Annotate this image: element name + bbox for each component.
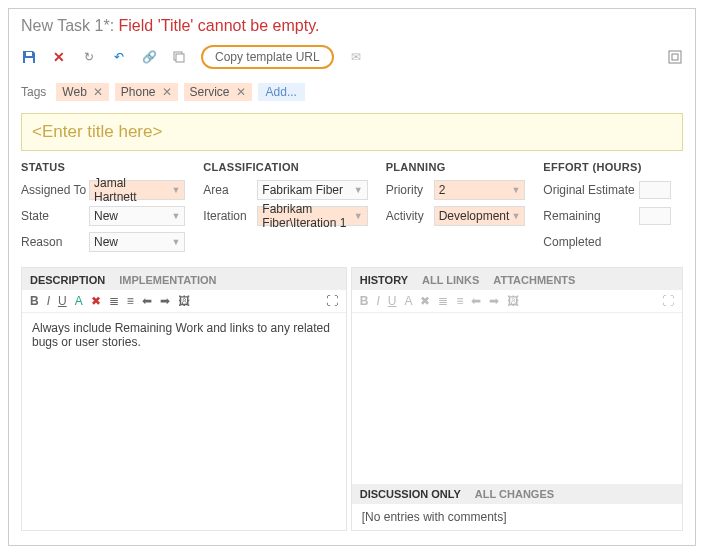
email-icon[interactable]: ✉: [348, 49, 364, 65]
area-label: Area: [203, 183, 257, 197]
tab-implementation[interactable]: IMPLEMENTATION: [119, 274, 216, 286]
completed-label: Completed: [543, 235, 639, 249]
left-pane: DESCRIPTION IMPLEMENTATION B I U A ✖ ≣ ≡…: [21, 267, 347, 531]
fullscreen-icon[interactable]: [667, 49, 683, 65]
priority-label: Priority: [386, 183, 434, 197]
remaining-input[interactable]: [639, 207, 671, 225]
tag-web[interactable]: Web✕: [56, 83, 108, 101]
bold-icon[interactable]: B: [30, 294, 39, 308]
image-icon[interactable]: 🖼: [178, 294, 190, 308]
right-tabs: HISTORY ALL LINKS ATTACHMENTS: [352, 268, 682, 290]
tab-all-changes[interactable]: ALL CHANGES: [475, 488, 554, 500]
chevron-down-icon[interactable]: ▼: [171, 237, 180, 247]
title-input[interactable]: <Enter title here>: [21, 113, 683, 151]
tags-label: Tags: [21, 85, 46, 99]
chevron-down-icon[interactable]: ▼: [511, 185, 520, 195]
detail-panes: DESCRIPTION IMPLEMENTATION B I U A ✖ ≣ ≡…: [21, 267, 683, 531]
clear-format-icon: ✖: [420, 294, 430, 308]
reason-combo[interactable]: New▼: [89, 232, 185, 252]
area-combo[interactable]: Fabrikam Fiber▼: [257, 180, 367, 200]
history-toolbar: B I U A ✖ ≣ ≡ ⬅ ➡ 🖼 ⛶: [352, 290, 682, 313]
status-heading: STATUS: [21, 161, 185, 173]
original-estimate-label: Original Estimate: [543, 183, 639, 197]
save-icon[interactable]: [21, 49, 37, 65]
tags-row: Tags Web✕ Phone✕ Service✕ Add...: [9, 79, 695, 109]
classification-heading: CLASSIFICATION: [203, 161, 367, 173]
validation-error: Field 'Title' cannot be empty.: [119, 17, 320, 34]
italic-icon[interactable]: I: [47, 294, 50, 308]
planning-heading: PLANNING: [386, 161, 526, 173]
svg-rect-1: [26, 52, 32, 56]
state-combo[interactable]: New▼: [89, 206, 185, 226]
right-pane: HISTORY ALL LINKS ATTACHMENTS B I U A ✖ …: [351, 267, 683, 531]
remaining-label: Remaining: [543, 209, 639, 223]
history-body[interactable]: [352, 313, 682, 484]
image-icon: 🖼: [507, 294, 519, 308]
main-toolbar: ✕ ↻ ↶ 🔗 Copy template URL ✉: [9, 39, 695, 79]
tab-history[interactable]: HISTORY: [360, 274, 408, 286]
original-estimate-input[interactable]: [639, 181, 671, 199]
tab-description[interactable]: DESCRIPTION: [30, 274, 105, 286]
svg-rect-3: [176, 54, 184, 62]
chevron-down-icon[interactable]: ▼: [354, 211, 363, 221]
font-color-icon: A: [404, 294, 412, 308]
discussion-empty: [No entries with comments]: [352, 504, 682, 530]
activity-combo[interactable]: Development▼: [434, 206, 526, 226]
undo-icon[interactable]: ↶: [111, 49, 127, 65]
activity-label: Activity: [386, 209, 434, 223]
left-tabs: DESCRIPTION IMPLEMENTATION: [22, 268, 346, 290]
tag-service[interactable]: Service✕: [184, 83, 252, 101]
tag-remove-icon[interactable]: ✕: [236, 85, 246, 99]
status-column: STATUS Assigned ToJamal Hartnett▼ StateN…: [21, 161, 185, 257]
tab-discussion-only[interactable]: DISCUSSION ONLY: [360, 488, 461, 500]
iteration-combo[interactable]: Fabrikam Fiber\Iteration 1▼: [257, 206, 367, 226]
add-tag-button[interactable]: Add...: [258, 83, 305, 101]
effort-column: EFFORT (HOURS) Original Estimate Remaini…: [543, 161, 683, 257]
svg-rect-0: [25, 58, 33, 63]
indent-icon: ➡: [489, 294, 499, 308]
outdent-icon[interactable]: ⬅: [142, 294, 152, 308]
refresh-icon[interactable]: ↻: [81, 49, 97, 65]
indent-icon[interactable]: ➡: [160, 294, 170, 308]
tab-attachments[interactable]: ATTACHMENTS: [493, 274, 575, 286]
maximize-icon[interactable]: ⛶: [326, 294, 338, 308]
copy-icon[interactable]: [171, 49, 187, 65]
clear-format-icon[interactable]: ✖: [91, 294, 101, 308]
maximize-icon[interactable]: ⛶: [662, 294, 674, 308]
effort-heading: EFFORT (HOURS): [543, 161, 683, 173]
work-item-form: New Task 1*: Field 'Title' cannot be emp…: [8, 8, 696, 546]
italic-icon: I: [376, 294, 379, 308]
number-list-icon[interactable]: ≡: [127, 294, 134, 308]
underline-icon: U: [388, 294, 397, 308]
chevron-down-icon[interactable]: ▼: [354, 185, 363, 195]
close-icon[interactable]: ✕: [51, 49, 67, 65]
tag-remove-icon[interactable]: ✕: [162, 85, 172, 99]
chevron-down-icon[interactable]: ▼: [171, 185, 180, 195]
fields-grid: STATUS Assigned ToJamal Hartnett▼ StateN…: [9, 161, 695, 257]
link-icon: 🔗: [141, 49, 157, 65]
reason-label: Reason: [21, 235, 89, 249]
description-body[interactable]: Always include Remaining Work and links …: [22, 313, 346, 530]
bullet-list-icon[interactable]: ≣: [109, 294, 119, 308]
underline-icon[interactable]: U: [58, 294, 67, 308]
chevron-down-icon[interactable]: ▼: [511, 211, 520, 221]
discussion-tabs: DISCUSSION ONLY ALL CHANGES: [352, 484, 682, 504]
assigned-to-combo[interactable]: Jamal Hartnett▼: [89, 180, 185, 200]
tag-remove-icon[interactable]: ✕: [93, 85, 103, 99]
form-title: New Task 1*: [21, 17, 110, 34]
copy-template-url-button[interactable]: Copy template URL: [201, 45, 334, 69]
rich-text-toolbar: B I U A ✖ ≣ ≡ ⬅ ➡ 🖼 ⛶: [22, 290, 346, 313]
iteration-label: Iteration: [203, 209, 257, 223]
form-header: New Task 1*: Field 'Title' cannot be emp…: [9, 9, 695, 39]
svg-rect-4: [669, 51, 681, 63]
font-color-icon[interactable]: A: [75, 294, 83, 308]
number-list-icon: ≡: [456, 294, 463, 308]
tag-phone[interactable]: Phone✕: [115, 83, 178, 101]
tab-all-links[interactable]: ALL LINKS: [422, 274, 479, 286]
chevron-down-icon[interactable]: ▼: [171, 211, 180, 221]
priority-combo[interactable]: 2▼: [434, 180, 526, 200]
outdent-icon: ⬅: [471, 294, 481, 308]
classification-column: CLASSIFICATION AreaFabrikam Fiber▼ Itera…: [203, 161, 367, 257]
svg-rect-5: [672, 54, 678, 60]
state-label: State: [21, 209, 89, 223]
